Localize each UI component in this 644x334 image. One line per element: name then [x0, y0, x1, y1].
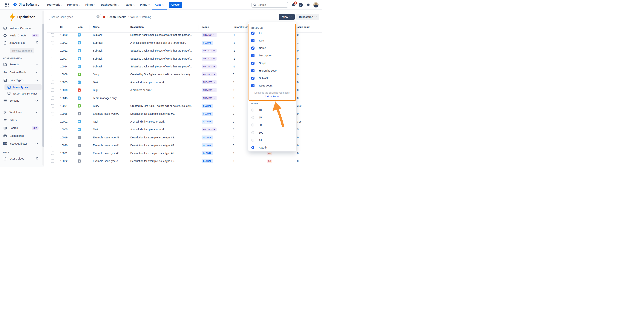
- sidebar-item-projects[interactable]: Projects: [0, 60, 44, 68]
- sidebar-item-issue-types[interactable]: Issue Types: [0, 76, 44, 84]
- task-type-icon: [78, 120, 81, 123]
- scope-badge-project[interactable]: PROJECT: [202, 96, 216, 100]
- scope-badge-project[interactable]: PROJECT: [202, 128, 216, 131]
- row-checkbox[interactable]: [51, 81, 54, 84]
- top-menu-item-projects[interactable]: Projects: [65, 0, 83, 9]
- row-checkbox[interactable]: [51, 96, 54, 100]
- rows-option-all[interactable]: All: [251, 138, 262, 142]
- sidebar-item-dashboards[interactable]: Dashboards: [0, 132, 44, 140]
- bulk-action-button[interactable]: Bulk action: [296, 14, 320, 20]
- rows-option-10[interactable]: 10: [251, 108, 262, 112]
- sidebar-item-instance-overview[interactable]: Instance Overview: [0, 24, 44, 32]
- global-search-input[interactable]: [252, 2, 288, 8]
- column-toggle-id[interactable]: ID: [251, 31, 262, 35]
- view-button[interactable]: View: [279, 14, 295, 20]
- column-toggle-hierarchy-level[interactable]: Hierarchy Level: [251, 68, 277, 73]
- row-checkbox[interactable]: [51, 65, 54, 68]
- row-checkbox[interactable]: [51, 160, 54, 163]
- notifications-button[interactable]: 1: [291, 3, 296, 7]
- checkbox-checked-icon: [251, 69, 254, 72]
- rows-option-50[interactable]: 50: [251, 123, 262, 127]
- top-menu-item-dashboards[interactable]: Dashboards: [98, 0, 122, 9]
- top-menu-item-teams[interactable]: Teams: [122, 0, 138, 9]
- scope-badge-project[interactable]: PROJECT: [202, 72, 216, 76]
- rows-option-100[interactable]: 100: [251, 130, 263, 135]
- row-checkbox[interactable]: [51, 41, 54, 44]
- cell-description: Subtasks track small pieces of work that…: [130, 65, 192, 68]
- column-toggle-subtask[interactable]: Subtask: [251, 76, 268, 80]
- row-checkbox[interactable]: [51, 136, 54, 139]
- scope-badge-project[interactable]: PROJECT: [202, 49, 216, 53]
- sidebar-item-issue-type-schemes[interactable]: Issue Type Schemes: [0, 90, 44, 97]
- sidebar-item-issue-types[interactable]: Issue Types: [4, 84, 42, 90]
- scope-badge-project[interactable]: PROJECT: [202, 33, 216, 37]
- row-checkbox[interactable]: [51, 112, 54, 115]
- health-checks-status[interactable]: Health Checks 1 failure, 1 warning: [102, 14, 151, 20]
- let-us-know-link[interactable]: Let us know: [248, 95, 296, 98]
- column-header-issue-count[interactable]: Issue count: [297, 25, 310, 28]
- sidebar-item-jira-audit-log[interactable]: Jira Audit Log: [0, 39, 44, 46]
- row-checkbox[interactable]: [51, 88, 54, 92]
- help-button[interactable]: ?: [299, 3, 303, 7]
- sidebar-item-workflows[interactable]: Workflows: [0, 108, 44, 116]
- row-checkbox[interactable]: [51, 73, 54, 76]
- top-menu-item-filters[interactable]: Filters: [83, 0, 98, 9]
- scope-badge-project[interactable]: PROJECT: [202, 57, 216, 60]
- settings-button[interactable]: [306, 3, 310, 7]
- row-checkbox[interactable]: [51, 104, 54, 107]
- column-header-icon[interactable]: Icon: [78, 25, 83, 28]
- sidebar-item-custom-fields[interactable]: Aa Custom Fields: [0, 68, 44, 76]
- rows-option-auto-fit[interactable]: Auto-fit: [251, 145, 267, 150]
- top-menu-item-plans[interactable]: Plans: [138, 0, 152, 9]
- cell-issue-count: 0: [297, 144, 299, 147]
- sidebar-item-boards[interactable]: Boards NEW: [0, 124, 44, 132]
- column-header-hierarchy-level[interactable]: Hierarchy Level: [232, 25, 251, 28]
- chevron-down-icon: [134, 3, 135, 6]
- error-diamond-icon: [102, 15, 106, 19]
- clear-search-icon[interactable]: ✕: [96, 15, 100, 18]
- row-checkbox[interactable]: [51, 33, 54, 37]
- column-toggle-description[interactable]: Description: [251, 53, 272, 58]
- create-button[interactable]: Create: [169, 2, 182, 8]
- row-checkbox[interactable]: [51, 152, 54, 155]
- column-toggle-icon[interactable]: Icon: [251, 38, 264, 43]
- cell-id: 10019: [60, 136, 68, 139]
- abc-icon: ABC: [3, 142, 7, 146]
- top-navigation: Jira Software Your work Projects Filters…: [0, 0, 322, 9]
- cell-id: 10044: [60, 65, 68, 68]
- sidebar-item-screens[interactable]: Screens: [0, 97, 44, 105]
- column-separator: [57, 25, 58, 30]
- row-checkbox[interactable]: [51, 49, 54, 52]
- radio-icon: [251, 131, 254, 134]
- user-avatar[interactable]: [313, 2, 319, 7]
- sidebar-item-filters[interactable]: Filters: [0, 116, 44, 124]
- scope-badge-project[interactable]: PROJECT: [202, 80, 216, 84]
- row-checkbox[interactable]: [51, 128, 54, 131]
- sidebar-item-issue-attributes[interactable]: ABC Issue Attributes: [0, 140, 44, 148]
- app-switcher-icon[interactable]: [5, 3, 9, 7]
- review-changes-button[interactable]: Review changes: [10, 48, 34, 53]
- scope-badge-project[interactable]: PROJECT: [202, 88, 216, 92]
- jira-logo[interactable]: Jira Software: [13, 2, 39, 7]
- column-header-description[interactable]: Description: [130, 25, 144, 28]
- column-toggle-scope[interactable]: Scope: [251, 61, 266, 65]
- generic-type-icon: [78, 152, 81, 155]
- external-link-icon: [36, 157, 38, 160]
- row-checkbox[interactable]: [51, 57, 54, 60]
- scope-badge-project[interactable]: PROJECT: [202, 64, 216, 68]
- top-menu-item-apps[interactable]: Apps: [152, 0, 166, 9]
- sidebar-item-user-guides[interactable]: User Guides: [0, 155, 44, 163]
- column-header-scope[interactable]: Scope: [202, 25, 209, 28]
- cell-name: Example issue type #4: [93, 144, 119, 147]
- row-checkbox[interactable]: [51, 144, 54, 147]
- top-menu-item-your-work[interactable]: Your work: [44, 0, 65, 9]
- column-header-id[interactable]: ID: [60, 25, 63, 28]
- column-toggle-name[interactable]: Name: [251, 46, 266, 50]
- sidebar-item-health-checks[interactable]: Health Checks NEW: [0, 32, 44, 39]
- sidebar-scrollbar-thumb[interactable]: [42, 23, 44, 147]
- rows-option-25[interactable]: 25: [251, 115, 262, 120]
- column-header-name[interactable]: Name: [93, 25, 100, 28]
- issue-type-search-input[interactable]: [48, 14, 101, 20]
- column-toggle-issue-count[interactable]: Issue count: [251, 83, 272, 88]
- row-checkbox[interactable]: [51, 120, 54, 123]
